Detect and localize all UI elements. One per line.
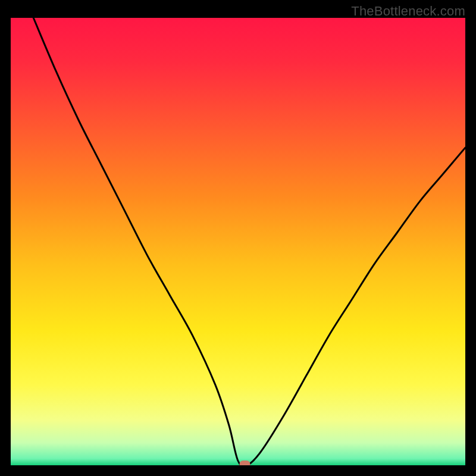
- chart-svg: [11, 18, 465, 465]
- chart-frame: TheBottleneck.com: [0, 0, 476, 476]
- optimal-point-marker: [240, 461, 250, 465]
- bottleneck-plot: [11, 18, 465, 465]
- gradient-background: [11, 18, 465, 465]
- watermark-label: TheBottleneck.com: [351, 4, 465, 19]
